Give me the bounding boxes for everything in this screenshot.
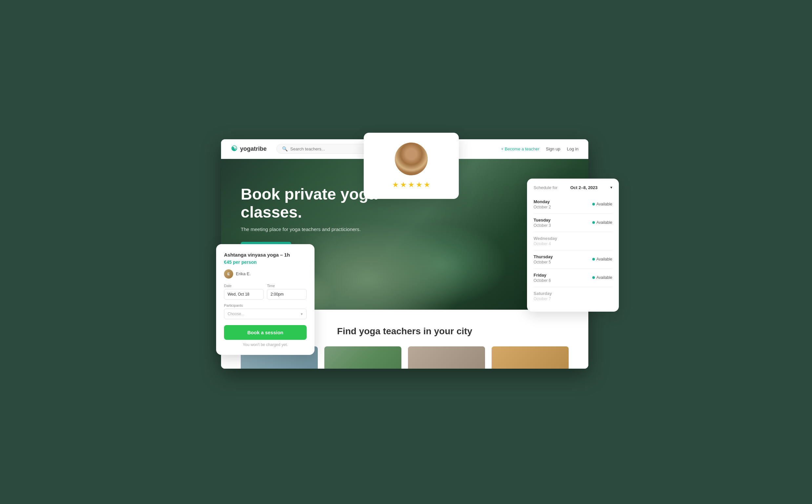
availability-tuesday: Available <box>592 220 612 225</box>
day-info-monday: Monday October 2 <box>533 199 551 209</box>
day-date-thursday: October 5 <box>533 260 553 264</box>
day-info-tuesday: Tuesday October 3 <box>533 218 551 228</box>
available-text-thursday: Available <box>596 257 612 262</box>
time-label: Time <box>267 284 307 288</box>
schedule-header: Schedule for Oct 2–8, 2023 ▾ <box>533 185 612 190</box>
schedule-row-thursday[interactable]: Thursday October 5 Available <box>533 250 612 269</box>
day-date-monday: October 2 <box>533 205 551 209</box>
schedule-row-friday[interactable]: Friday October 6 Available <box>533 269 612 287</box>
schedule-chevron-icon[interactable]: ▾ <box>610 185 612 190</box>
logo[interactable]: ☯ yogatribe <box>231 145 267 153</box>
day-info-wednesday: Wednesday October 4 <box>533 236 557 246</box>
available-text-monday: Available <box>596 202 612 206</box>
participants-select[interactable]: Choose... <box>224 309 307 319</box>
star-5: ★ <box>424 181 430 189</box>
availability-friday: Available <box>592 275 612 280</box>
star-2: ★ <box>400 181 407 189</box>
day-name-friday: Friday <box>533 273 551 278</box>
booking-price: €45 per person <box>224 260 307 265</box>
participants-section: Participants Choose... ▼ <box>224 303 307 319</box>
date-field-group: Date <box>224 284 264 300</box>
day-date-friday: October 6 <box>533 278 551 283</box>
available-dot-monday <box>592 203 595 205</box>
day-date-wednesday: October 4 <box>533 242 557 246</box>
available-dot-thursday <box>592 258 595 261</box>
schedule-row-tuesday[interactable]: Tuesday October 3 Available <box>533 214 612 232</box>
star-1: ★ <box>392 181 399 189</box>
star-rating: ★ ★ ★ ★ ★ <box>392 181 430 189</box>
search-icon: 🔍 <box>282 146 288 151</box>
star-3: ★ <box>408 181 415 189</box>
no-charge-text: You won't be charged yet. <box>224 342 307 347</box>
availability-monday: Available <box>592 202 612 206</box>
date-input[interactable] <box>224 289 264 300</box>
avatar-image <box>395 143 428 175</box>
logo-icon: ☯ <box>231 145 238 153</box>
booking-card: Ashtanga vinyasa yoga – 1h €45 per perso… <box>216 244 315 355</box>
teacher-avatar: E <box>224 269 233 279</box>
schedule-row-saturday: Saturday October 7 <box>533 287 612 305</box>
book-session-button[interactable]: Book a session <box>224 325 307 340</box>
day-name-tuesday: Tuesday <box>533 218 551 223</box>
city-image-2[interactable] <box>324 346 401 369</box>
participants-label: Participants <box>224 303 307 307</box>
day-name-monday: Monday <box>533 199 551 204</box>
day-info-thursday: Thursday October 5 <box>533 254 553 264</box>
time-field-group: Time <box>267 284 307 300</box>
day-info-saturday: Saturday October 7 <box>533 291 552 301</box>
city-image-3[interactable] <box>408 346 485 369</box>
booking-title: Ashtanga vinyasa yoga – 1h <box>224 252 307 258</box>
date-label: Date <box>224 284 264 288</box>
hero-title: Book private yoga classes. <box>241 185 378 221</box>
available-text-friday: Available <box>596 275 612 280</box>
nav-right: + Become a teacher Sign up Log in <box>501 146 578 151</box>
schedule-date-range[interactable]: Oct 2–8, 2023 <box>570 185 597 190</box>
available-dot-friday <box>592 276 595 279</box>
day-name-saturday: Saturday <box>533 291 552 296</box>
availability-thursday: Available <box>592 257 612 262</box>
star-4: ★ <box>416 181 422 189</box>
booking-fields: Date Time <box>224 284 307 300</box>
available-text-tuesday: Available <box>596 220 612 225</box>
day-name-thursday: Thursday <box>533 254 553 259</box>
schedule-row-wednesday: Wednesday October 4 <box>533 232 612 250</box>
time-input[interactable] <box>267 289 307 300</box>
teacher-name: Erika E. <box>236 271 251 276</box>
profile-card: ★ ★ ★ ★ ★ <box>364 133 459 199</box>
profile-avatar <box>395 143 428 175</box>
become-teacher-link[interactable]: + Become a teacher <box>501 146 539 151</box>
day-info-friday: Friday October 6 <box>533 273 551 283</box>
logo-text: yogatribe <box>240 145 267 152</box>
available-dot-tuesday <box>592 221 595 224</box>
city-image-4[interactable] <box>492 346 569 369</box>
schedule-card: Schedule for Oct 2–8, 2023 ▾ Monday Octo… <box>527 179 619 312</box>
signup-button[interactable]: Sign up <box>546 146 560 151</box>
day-date-saturday: October 7 <box>533 297 552 301</box>
day-name-wednesday: Wednesday <box>533 236 557 241</box>
booking-teacher: E Erika E. <box>224 269 307 279</box>
schedule-row-monday[interactable]: Monday October 2 Available <box>533 195 612 214</box>
hero-subtitle: The meeting place for yoga teachers and … <box>241 226 365 232</box>
day-date-tuesday: October 3 <box>533 223 551 228</box>
schedule-label: Schedule for <box>533 185 557 190</box>
participants-select-wrapper: Choose... ▼ <box>224 309 307 319</box>
login-button[interactable]: Log in <box>567 146 578 151</box>
